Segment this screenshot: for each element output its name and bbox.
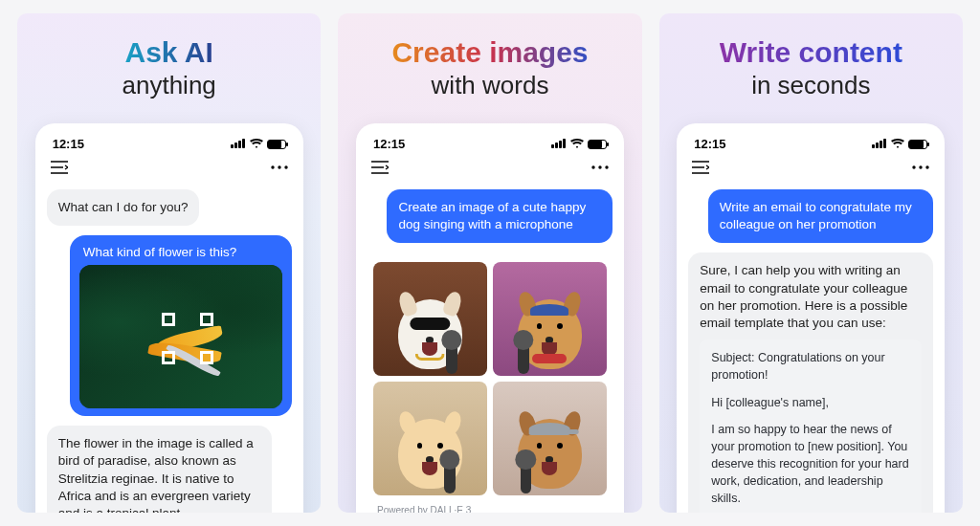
clock: 12:15 bbox=[53, 137, 84, 151]
user-message-with-image: What kind of flower is this? bbox=[70, 235, 292, 416]
more-icon[interactable] bbox=[591, 165, 609, 169]
more-icon[interactable] bbox=[271, 165, 288, 169]
user-message-text: What kind of flower is this? bbox=[79, 243, 282, 265]
headline-bottom: anything bbox=[122, 71, 216, 100]
headline: Ask AI anything bbox=[122, 36, 216, 100]
wifi-icon bbox=[570, 139, 584, 149]
ai-message: The flower in the image is called a bird… bbox=[47, 426, 273, 513]
clock: 12:15 bbox=[694, 137, 725, 151]
headline-top: Ask AI bbox=[122, 36, 216, 69]
phone-mock: 12:15 Write an email to congratulate my … bbox=[677, 123, 945, 513]
svg-point-8 bbox=[926, 165, 929, 168]
battery-icon bbox=[267, 140, 286, 149]
signal-icon bbox=[231, 137, 246, 151]
menu-icon[interactable] bbox=[371, 161, 389, 174]
user-message: Create an image of a cute happy dog sing… bbox=[387, 189, 612, 243]
chat-toolbar bbox=[368, 159, 612, 184]
chat-toolbar bbox=[47, 159, 292, 184]
status-icons bbox=[872, 137, 927, 151]
svg-point-7 bbox=[920, 165, 923, 168]
phone-mock: 12:15 What can I do for you? What kind o… bbox=[35, 123, 303, 513]
email-greeting: Hi [colleague's name], bbox=[711, 394, 910, 411]
headline-top: Write content bbox=[720, 36, 902, 69]
svg-point-1 bbox=[278, 165, 280, 168]
menu-icon[interactable] bbox=[692, 161, 709, 174]
chat-thread: Create an image of a cute happy dog sing… bbox=[368, 189, 612, 513]
powered-by-label: Powered by DALL·E 3 bbox=[373, 501, 607, 513]
battery-icon bbox=[588, 140, 607, 149]
generated-image[interactable] bbox=[373, 382, 487, 495]
headline-bottom: in seconds bbox=[720, 71, 902, 100]
svg-point-4 bbox=[598, 165, 601, 168]
generated-image[interactable] bbox=[493, 382, 607, 495]
feature-panel-write: Write content in seconds 12:15 Write an … bbox=[659, 13, 963, 513]
uploaded-image[interactable] bbox=[79, 265, 282, 408]
headline-bottom: with words bbox=[391, 71, 588, 100]
svg-point-5 bbox=[605, 165, 608, 168]
ai-intro-text: Sure, I can help you with writing an ema… bbox=[700, 263, 907, 330]
generated-image[interactable] bbox=[373, 262, 487, 376]
generated-image-grid: Powered by DALL·E 3 bbox=[368, 256, 612, 513]
clock: 12:15 bbox=[373, 137, 405, 151]
svg-point-3 bbox=[591, 165, 594, 168]
chat-toolbar bbox=[688, 159, 933, 184]
ai-message: Sure, I can help you with writing an ema… bbox=[688, 252, 933, 513]
more-icon[interactable] bbox=[912, 165, 929, 169]
chat-thread: What can I do for you? What kind of flow… bbox=[47, 189, 292, 513]
svg-point-0 bbox=[271, 165, 274, 168]
email-body: I am so happy to hear the news of your p… bbox=[711, 421, 910, 508]
generated-image[interactable] bbox=[493, 262, 607, 376]
headline: Create images with words bbox=[391, 36, 588, 100]
wifi-icon bbox=[891, 139, 904, 149]
headline: Write content in seconds bbox=[720, 36, 902, 100]
phone-mock: 12:15 Create an image of a cute happy do… bbox=[356, 123, 624, 513]
ai-message: What can I do for you? bbox=[47, 189, 200, 226]
svg-point-2 bbox=[284, 165, 287, 168]
email-template: Subject: Congratulations on your promoti… bbox=[700, 340, 922, 513]
battery-icon bbox=[908, 140, 927, 149]
feature-panel-ask: Ask AI anything 12:15 What can I do for … bbox=[17, 13, 321, 513]
focus-frame-icon bbox=[162, 313, 213, 364]
headline-top: Create images bbox=[391, 36, 588, 69]
status-bar: 12:15 bbox=[368, 135, 612, 159]
status-bar: 12:15 bbox=[688, 135, 933, 159]
svg-point-6 bbox=[913, 165, 916, 168]
signal-icon bbox=[551, 137, 567, 151]
status-bar: 12:15 bbox=[47, 135, 292, 159]
signal-icon bbox=[872, 137, 887, 151]
chat-thread: Write an email to congratulate my collea… bbox=[688, 189, 933, 513]
menu-icon[interactable] bbox=[51, 161, 68, 174]
user-message: Write an email to congratulate my collea… bbox=[708, 189, 934, 243]
email-subject: Subject: Congratulations on your promoti… bbox=[711, 349, 910, 384]
status-icons bbox=[231, 137, 286, 151]
wifi-icon bbox=[250, 139, 263, 149]
feature-panel-images: Create images with words 12:15 Create an… bbox=[338, 13, 641, 513]
status-icons bbox=[551, 137, 607, 151]
